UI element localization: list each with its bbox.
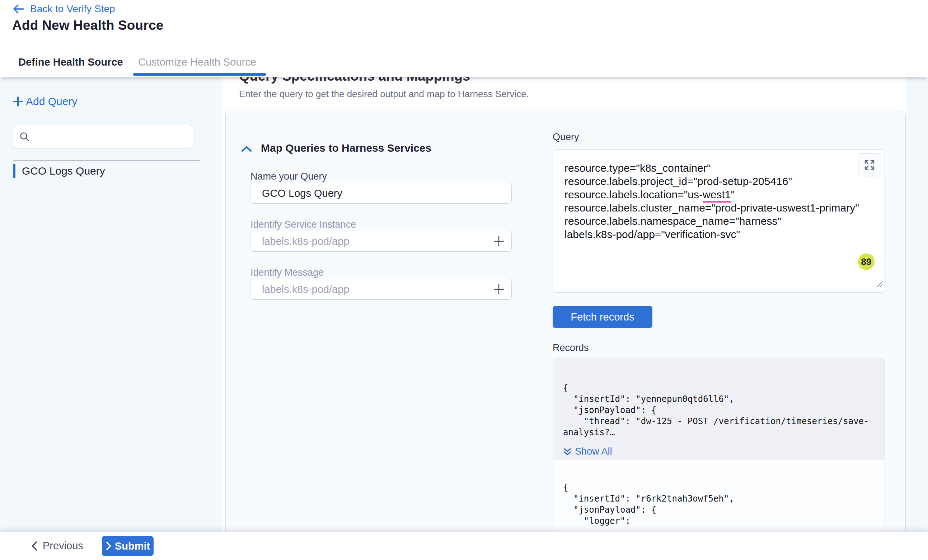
chevron-left-icon xyxy=(31,541,38,551)
query-line: labels.k8s-pod/app="verification-svc" xyxy=(565,228,878,241)
tab-customize-health-source[interactable]: Customize Health Source xyxy=(138,47,256,77)
record-item: { "insertId": "yennepun0qtd6ll6", "jsonP… xyxy=(553,359,885,460)
record-line: "thread": "dw-125 - POST /verification/t… xyxy=(563,416,885,427)
add-message-path-button[interactable] xyxy=(492,283,505,296)
identify-message-field xyxy=(250,279,512,300)
record-line: { xyxy=(563,382,885,394)
query-specs-subheading: Enter the query to get the desired outpu… xyxy=(239,88,529,100)
expand-query-button[interactable] xyxy=(858,154,881,177)
expand-icon xyxy=(864,160,875,170)
name-query-input[interactable] xyxy=(250,183,512,204)
char-count-badge: 89 xyxy=(858,254,875,270)
tab-bar: Define Health Source Customize Health So… xyxy=(0,47,928,77)
show-all-button[interactable]: Show All xyxy=(563,446,885,457)
show-all-label: Show All xyxy=(575,446,612,457)
add-query-label: Add Query xyxy=(26,95,77,108)
footer-bar: Previous Submit xyxy=(0,532,928,560)
query-line: resource.type="k8s_container" xyxy=(565,161,878,175)
back-link-label: Back to Verify Step xyxy=(30,3,115,15)
previous-label: Previous xyxy=(43,540,83,552)
record-line: "logger": xyxy=(563,516,885,527)
chevron-double-down-icon xyxy=(563,447,572,457)
record-line: "jsonPayload": { xyxy=(563,504,885,516)
identify-service-instance-input[interactable] xyxy=(250,231,512,252)
submit-button[interactable]: Submit xyxy=(102,536,154,556)
record-line: "insertId": "yennepun0qtd6ll6", xyxy=(563,394,885,405)
spellcheck-underline: west1 xyxy=(703,189,731,202)
identify-message-input[interactable] xyxy=(250,279,512,300)
arrow-left-icon xyxy=(12,4,24,14)
name-query-field xyxy=(250,183,512,204)
query-line: resource.labels.namespace_name="harness" xyxy=(565,215,878,228)
identify-message-label: Identify Message xyxy=(250,267,324,278)
resize-handle[interactable] xyxy=(874,277,883,291)
query-label: Query xyxy=(553,132,579,143)
query-editor[interactable]: resource.type="k8s_container" resource.l… xyxy=(553,149,885,292)
record-line: { xyxy=(563,482,885,493)
query-line: resource.labels.project_id="prod-setup-2… xyxy=(565,175,878,188)
record-line: "jsonPayload": { xyxy=(563,405,885,416)
query-list-item-gco-logs[interactable]: GCO Logs Query xyxy=(13,163,200,179)
record-line: analysis?… xyxy=(563,427,885,438)
submit-label: Submit xyxy=(115,540,150,552)
previous-button[interactable]: Previous xyxy=(31,532,83,560)
plus-icon xyxy=(12,95,24,108)
page-header: Back to Verify Step Add New Health Sourc… xyxy=(0,0,928,47)
map-queries-title: Map Queries to Harness Services xyxy=(261,142,431,154)
back-to-verify-link[interactable]: Back to Verify Step xyxy=(12,2,115,16)
record-item: { "insertId": "r6rk2tnah3owf5eh", "jsonP… xyxy=(553,460,885,543)
chevron-up-icon[interactable] xyxy=(240,145,253,155)
search-icon xyxy=(19,131,30,142)
query-search-box xyxy=(13,125,193,148)
name-query-label: Name your Query xyxy=(250,171,327,182)
add-service-instance-path-button[interactable] xyxy=(492,235,505,248)
page-title: Add New Health Source xyxy=(12,18,163,33)
tab-define-health-source[interactable]: Define Health Source xyxy=(18,47,123,77)
record-line: "insertId": "r6rk2tnah3owf5eh", xyxy=(563,493,885,504)
fetch-records-button[interactable]: Fetch records xyxy=(553,306,652,328)
sidebar-divider xyxy=(13,160,200,161)
query-item-label: GCO Logs Query xyxy=(22,165,105,177)
records-label: Records xyxy=(553,342,589,353)
query-line: resource.labels.location="us-west1" xyxy=(565,188,878,201)
identify-service-instance-field xyxy=(250,231,512,252)
query-line: resource.labels.cluster_name="prod-priva… xyxy=(565,201,878,215)
records-panel: { "insertId": "yennepun0qtd6ll6", "jsonP… xyxy=(553,359,885,560)
add-query-button[interactable]: Add Query xyxy=(12,95,77,108)
chevron-right-icon xyxy=(105,541,111,551)
identify-service-instance-label: Identify Service Instance xyxy=(250,219,356,230)
active-tab-indicator xyxy=(133,73,266,76)
add-health-source-page: Query Specifications and Mappings Enter … xyxy=(0,0,928,560)
selected-indicator-bar xyxy=(13,164,15,178)
search-input[interactable] xyxy=(30,131,193,142)
